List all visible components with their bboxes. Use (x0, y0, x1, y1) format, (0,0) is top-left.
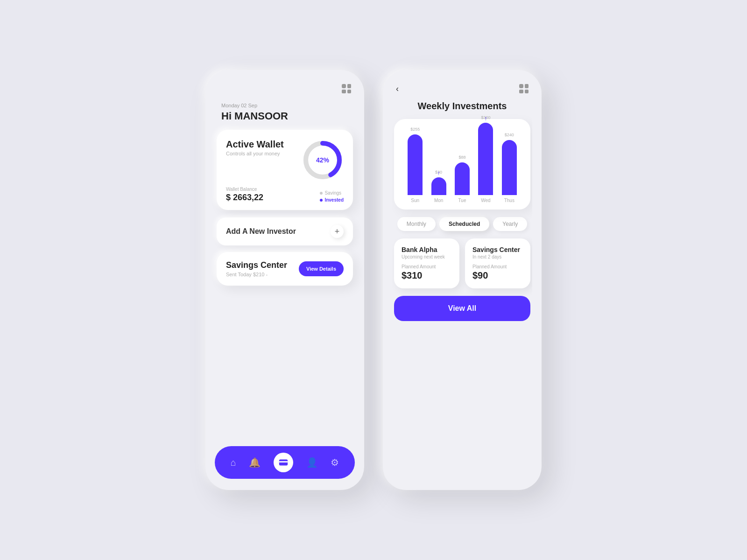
invested-dot (320, 199, 323, 202)
bar-group-tue: $88Tue (451, 155, 474, 203)
inv-card-subtitle: In next 2 days (472, 254, 523, 259)
greeting-name: Hi MANSOOR (221, 110, 348, 122)
inv-card-title: Bank Alpha (402, 246, 452, 253)
nav-home-icon[interactable]: ⌂ (231, 457, 236, 468)
bar-mon (431, 177, 446, 195)
filter-tab-monthly[interactable]: Monthly (397, 217, 436, 231)
add-investor-row[interactable]: Add A New Investor + (217, 217, 353, 245)
bar-tue (455, 162, 470, 195)
filter-tab-scheducled[interactable]: Scheducled (439, 217, 489, 231)
bar-value-tue: $88 (459, 155, 466, 160)
wallet-info: Active Wallet Controls all your money (226, 139, 284, 156)
balance-amount: $ 2663,22 (226, 193, 263, 203)
inv-card-amount: $90 (472, 270, 523, 281)
wallet-balance: Wallet Balance $ 2663,22 (226, 187, 263, 203)
savings-sub: Sent Today $210 - (226, 272, 287, 277)
greeting-date: Monday 02 Sep (221, 103, 348, 108)
page-title: Weekly Investments (392, 98, 532, 119)
phone-2: ‹ Weekly Investments $255Sun$30Mon$88Tue… (383, 70, 542, 490)
bar-label-thus: Thus (504, 198, 514, 203)
inv-card-amount: $310 (402, 270, 452, 281)
bar-label-tue: Tue (458, 198, 466, 203)
phone-1: Monday 02 Sep Hi MANSOOR Active Wallet C… (205, 70, 364, 490)
savings-info: Savings Center Sent Today $210 - (226, 260, 287, 277)
bar-label-mon: Mon (434, 198, 443, 203)
nav-bell-icon[interactable]: 🔔 (249, 457, 261, 468)
nav-active-icon[interactable] (274, 453, 293, 472)
add-investor-button[interactable]: + (331, 225, 344, 238)
investment-cards: Bank Alpha Upcoming next week Planned Am… (394, 238, 530, 288)
plus-icon: + (335, 227, 340, 237)
wallet-subtitle: Controls all your money (226, 151, 284, 156)
wallet-card: Active Wallet Controls all your money 42… (217, 130, 353, 210)
donut-percentage: 42% (316, 156, 329, 164)
investment-card-savings-center: Savings Center In next 2 days Planned Am… (465, 238, 530, 288)
savings-title: Savings Center (226, 260, 287, 270)
phone2-content: Weekly Investments $255Sun$30Mon$88Tue$3… (392, 98, 532, 476)
bar-sun (408, 134, 423, 195)
bottom-nav: ⌂ 🔔 👤 ⚙ (215, 446, 355, 479)
bars-container: $255Sun$30Mon$88Tue$300Wed$240Thus (402, 128, 523, 203)
bar-label-sun: Sun (411, 198, 419, 203)
chart-area: $255Sun$30Mon$88Tue$300Wed$240Thus (394, 119, 530, 210)
view-details-button[interactable]: View Details (299, 261, 344, 276)
top-bar-1 (215, 84, 355, 98)
bar-group-sun: $255Sun (403, 127, 427, 203)
filter-tabs: MonthlyScheducledYearly (392, 217, 532, 231)
donut-chart: 42% (302, 139, 344, 181)
filter-tab-yearly[interactable]: Yearly (493, 217, 527, 231)
bar-thus (502, 140, 517, 195)
bar-group-thus: $240Thus (498, 133, 521, 203)
investment-card-bank-alpha: Bank Alpha Upcoming next week Planned Am… (394, 238, 459, 288)
grid-icon[interactable] (342, 84, 351, 93)
legend-savings: Savings (320, 190, 344, 196)
top-bar-2: ‹ (392, 84, 532, 98)
inv-card-amount-label: Planned Amount (402, 264, 452, 269)
bar-value-thus: $240 (505, 133, 514, 137)
add-investor-label: Add A New Investor (226, 227, 296, 236)
inv-card-subtitle: Upcoming next week (402, 254, 452, 259)
bar-group-mon: $30Mon (427, 170, 450, 203)
nav-settings-icon[interactable]: ⚙ (331, 457, 339, 468)
wallet-top: Active Wallet Controls all your money 42… (226, 139, 344, 181)
back-button[interactable]: ‹ (396, 84, 399, 94)
wallet-legend: Savings Invested (320, 190, 344, 203)
greeting-section: Monday 02 Sep Hi MANSOOR (215, 98, 355, 130)
nav-card-icon (278, 457, 289, 468)
bar-label-wed: Wed (481, 198, 490, 203)
view-all-button[interactable]: View All (394, 296, 530, 321)
bar-wed (478, 123, 493, 195)
inv-card-amount-label: Planned Amount (472, 264, 523, 269)
bar-group-wed: $300Wed (474, 115, 497, 203)
savings-dot (320, 192, 323, 195)
nav-user-icon[interactable]: 👤 (306, 457, 318, 468)
wallet-title: Active Wallet (226, 139, 284, 150)
balance-label: Wallet Balance (226, 187, 263, 192)
legend-invested: Invested (320, 197, 344, 203)
wallet-bottom: Wallet Balance $ 2663,22 Savings Investe… (226, 187, 344, 203)
inv-card-title: Savings Center (472, 246, 523, 253)
bar-value-sun: $255 (410, 127, 420, 132)
savings-card: Savings Center Sent Today $210 - View De… (217, 252, 353, 286)
svg-rect-4 (279, 461, 288, 462)
grid-icon-2[interactable] (519, 84, 529, 93)
